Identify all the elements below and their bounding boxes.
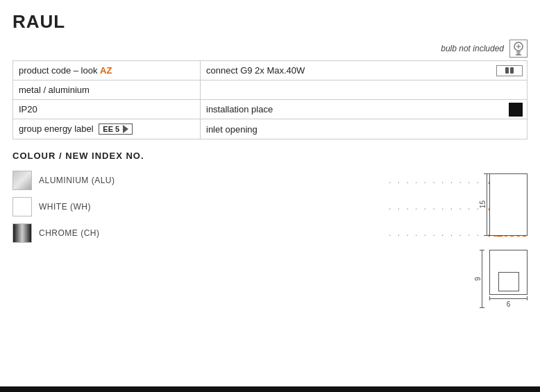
ip-cell: IP20 xyxy=(13,100,201,119)
connect-cell: connect G9 2x Max.40W xyxy=(201,61,528,80)
energy-arrow-icon xyxy=(123,125,128,133)
diagram-top: 15 xyxy=(479,173,528,236)
colour-dots-1: . . . . . . . . . . . xyxy=(389,176,481,185)
diagram-bottom: 9 6 xyxy=(489,250,528,308)
install-text: installation place xyxy=(206,104,273,114)
colour-section: COLOUR / NEW INDEX NO. ALUMINIUM (ALU) .… xyxy=(12,151,528,243)
ip-text: IP20 xyxy=(19,104,37,114)
info-table: product code – look AZ connect G9 2x Max… xyxy=(12,60,528,139)
connect-text: connect G9 2x Max.40W xyxy=(206,65,305,76)
pin-2 xyxy=(510,67,514,74)
install-icon xyxy=(509,103,523,117)
product-code-cell: product code – look AZ xyxy=(13,61,201,80)
box-inner xyxy=(498,272,519,291)
diagrams: 15 9 xyxy=(479,173,528,308)
tall-rect xyxy=(489,173,528,236)
energy-label-text: group energy label xyxy=(19,123,96,134)
badge-text: EE 5 xyxy=(103,125,119,133)
swatch-chrome xyxy=(12,223,32,243)
install-cell: installation place xyxy=(201,100,528,119)
box-outer xyxy=(489,250,528,295)
pin-1 xyxy=(505,67,509,74)
material-text: metal / aluminium xyxy=(19,85,90,95)
page-title: RAUL xyxy=(12,11,528,33)
colour-label-chrome: CHROME (CH) xyxy=(39,228,382,238)
bulb-notice-text: bulb not included xyxy=(441,44,504,53)
colour-heading: COLOUR / NEW INDEX NO. xyxy=(12,151,528,161)
table-row-4: group energy label EE 5 inlet opening xyxy=(13,119,528,139)
material-cell: metal / aluminium xyxy=(13,80,201,100)
inlet-cell: inlet opening xyxy=(201,119,528,139)
inlet-text: inlet opening xyxy=(206,124,258,135)
dim-label-6: 6 xyxy=(507,300,511,308)
colour-label-aluminium: ALUMINIUM (ALU) xyxy=(39,176,382,185)
colour-row-chrome: CHROME (CH) . . . . . . . . . . . AZ0868 xyxy=(12,223,528,243)
colour-list: ALUMINIUM (ALU) . . . . . . . . . . . AZ… xyxy=(12,171,528,243)
table-row-1: product code – look AZ connect G9 2x Max… xyxy=(13,61,528,80)
swatch-aluminium xyxy=(12,171,32,190)
bulb-icon xyxy=(509,40,528,58)
product-code-label: product code – look xyxy=(19,65,100,76)
colour-dots-3: . . . . . . . . . . . xyxy=(389,228,481,238)
colour-label-white: WHITE (WH) xyxy=(39,202,382,212)
bulb-notice-row: bulb not included xyxy=(12,40,528,58)
empty-cell xyxy=(201,80,528,100)
connector-icon xyxy=(496,65,523,76)
page-wrapper: RAUL bulb not included product code – lo… xyxy=(0,0,540,392)
swatch-white xyxy=(12,197,32,216)
dim-label-15: 15 xyxy=(479,201,487,208)
energy-label-cell: group energy label EE 5 xyxy=(13,119,201,139)
colour-row-white: WHITE (WH) . . . . . . . . . . . AZ0891 xyxy=(12,197,528,216)
energy-badge: EE 5 xyxy=(99,123,133,135)
colour-row-aluminium: ALUMINIUM (ALU) . . . . . . . . . . . AZ… xyxy=(12,171,528,190)
table-row-3: IP20 installation place xyxy=(13,100,528,119)
product-code-accent: AZ xyxy=(100,65,112,76)
bottom-bar xyxy=(0,386,540,392)
table-row-2: metal / aluminium xyxy=(13,80,528,100)
colour-dots-2: . . . . . . . . . . . xyxy=(389,202,481,212)
dim-label-9: 9 xyxy=(474,277,482,281)
